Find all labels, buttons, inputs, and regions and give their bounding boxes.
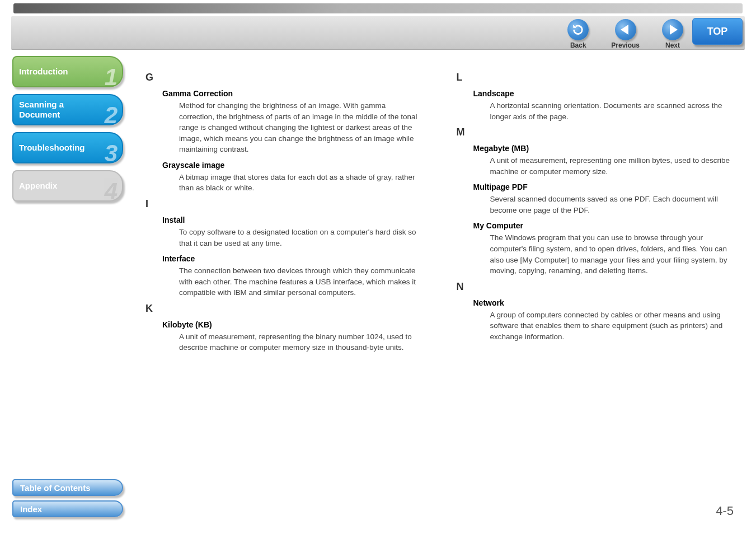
glossary-term: Network xyxy=(473,298,734,307)
glossary-term: Megabyte (MB) xyxy=(473,144,734,153)
glossary-definition: Method for changing the brightness of an… xyxy=(179,100,423,155)
glossary-term: My Computer xyxy=(473,221,734,230)
table-of-contents-button[interactable]: Table of Contents xyxy=(12,479,123,496)
glossary-definition: The connection between two devices throu… xyxy=(179,265,423,298)
back-button[interactable]: Back xyxy=(567,19,589,49)
previous-icon xyxy=(615,19,636,40)
sidebar-item-appendix[interactable]: Appendix 4 xyxy=(12,170,123,202)
glossary-left-column: GGamma CorrectionMethod for changing the… xyxy=(145,67,423,358)
previous-label: Previous xyxy=(611,41,640,49)
sidebar-item-introduction[interactable]: Introduction 1 xyxy=(12,56,123,87)
glossary-definition: A unit of measurement, representing the … xyxy=(179,331,423,353)
sidebar-item-number: 1 xyxy=(105,64,118,87)
glossary-letter-heading: K xyxy=(145,303,423,315)
previous-button[interactable]: Previous xyxy=(611,19,640,49)
glossary-right-column: LLandscapeA horizontal scanning orientat… xyxy=(457,67,734,358)
glossary-term: Gamma Correction xyxy=(162,89,423,98)
next-button[interactable]: Next xyxy=(662,19,683,49)
sidebar-item-number: 3 xyxy=(105,140,118,163)
sidebar-bottom-links: Table of Contents Index xyxy=(12,475,123,517)
sidebar-item-label: Appendix xyxy=(19,181,116,191)
glossary-definition: Several scanned documents saved as one P… xyxy=(490,194,734,216)
sidebar-item-number: 4 xyxy=(105,178,118,202)
header: Back Previous Next TOP xyxy=(0,0,756,50)
index-button[interactable]: Index xyxy=(12,500,123,517)
sidebar-item-scanning[interactable]: Scanning a Document 2 xyxy=(12,94,123,125)
back-icon xyxy=(567,19,589,40)
glossary-definition: A unit of measurement, representing one … xyxy=(490,155,734,177)
glossary-term: Interface xyxy=(162,254,423,263)
glossary-letter-heading: M xyxy=(457,127,734,138)
nav-controls: Back Previous Next xyxy=(567,19,683,49)
sidebar-item-label: Introduction xyxy=(19,67,116,77)
next-label: Next xyxy=(665,41,680,49)
glossary-term: Grayscale image xyxy=(162,161,423,170)
glossary-definition: The Windows program that you can use to … xyxy=(490,232,734,276)
top-button[interactable]: TOP xyxy=(692,18,743,45)
next-icon xyxy=(662,19,683,40)
glossary-letter-heading: I xyxy=(145,198,423,210)
page-number: 4-5 xyxy=(716,504,734,518)
glossary-term: Landscape xyxy=(473,89,734,98)
glossary-term: Install xyxy=(162,216,423,224)
sidebar-item-number: 2 xyxy=(105,102,118,125)
glossary-definition: A group of computers connected by cables… xyxy=(490,310,734,343)
glossary-term: Multipage PDF xyxy=(473,182,734,191)
glossary-content: GGamma CorrectionMethod for changing the… xyxy=(145,67,734,358)
glossary-letter-heading: L xyxy=(457,72,734,83)
glossary-letter-heading: G xyxy=(145,72,423,83)
header-gradient-bar xyxy=(13,3,743,13)
sidebar: Introduction 1 Scanning a Document 2 Tro… xyxy=(12,56,123,208)
glossary-definition: A horizontal scanning orientation. Docum… xyxy=(490,100,734,122)
back-label: Back xyxy=(570,41,586,49)
glossary-letter-heading: N xyxy=(457,281,734,293)
glossary-definition: To copy software to a designated locatio… xyxy=(179,227,423,249)
glossary-definition: A bitmap image that stores data for each… xyxy=(179,172,423,194)
sidebar-item-troubleshooting[interactable]: Troubleshooting 3 xyxy=(12,132,123,163)
sidebar-item-label: Scanning a Document xyxy=(19,100,116,120)
sidebar-item-label: Troubleshooting xyxy=(19,143,116,153)
glossary-term: Kilobyte (KB) xyxy=(162,320,423,329)
